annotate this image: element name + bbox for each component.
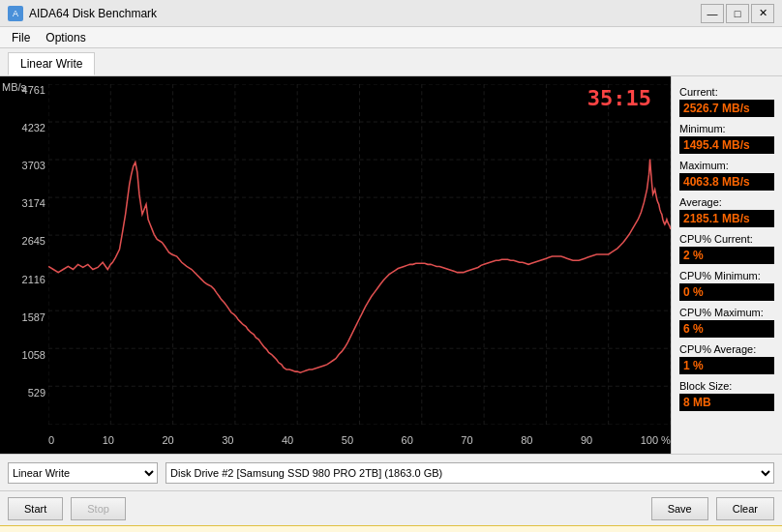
action-controls: Start Stop Save Clear <box>0 490 782 525</box>
stop-button[interactable]: Stop <box>71 497 126 520</box>
controls-area: Linear Write Linear Read Random Read Ran… <box>0 454 782 490</box>
drive-select[interactable]: Disk Drive #2 [Samsung SSD 980 PRO 2TB] … <box>165 462 774 484</box>
cpu-minimum-value: 0 % <box>679 283 774 301</box>
y-axis-labels: 4761 4232 3703 3174 2645 2116 1587 1058 … <box>2 84 45 425</box>
x-label-8: 80 <box>521 434 532 446</box>
maximum-label: Maximum: <box>679 160 774 171</box>
x-label-5: 50 <box>342 434 353 446</box>
menu-file[interactable]: File <box>4 29 38 46</box>
cpu-average-value: 1 % <box>679 357 774 374</box>
maximum-value: 4063.8 MB/s <box>679 173 774 191</box>
cpu-maximum-value: 6 % <box>679 320 774 338</box>
menu-options[interactable]: Options <box>38 29 93 46</box>
y-label-1: 4232 <box>2 122 45 133</box>
cpu-minimum-label: CPU% Minimum: <box>679 270 774 281</box>
x-label-9: 90 <box>581 434 592 446</box>
tab-linear-write[interactable]: Linear Write <box>8 52 95 75</box>
y-label-0: 4761 <box>2 84 45 96</box>
minimum-value: 1495.4 MB/s <box>679 136 774 154</box>
cpu-current-label: CPU% Current: <box>679 233 774 245</box>
x-label-2: 20 <box>162 434 173 446</box>
cpu-average-label: CPU% Average: <box>679 343 774 355</box>
x-label-10: 100 % <box>641 434 671 446</box>
x-label-3: 30 <box>222 434 233 446</box>
x-axis-labels: 0 10 20 30 40 50 60 70 80 90 100 % <box>48 434 671 446</box>
window-controls: — □ ✕ <box>701 4 774 23</box>
maximize-button[interactable]: □ <box>726 4 749 23</box>
tab-bar: Linear Write <box>0 48 782 76</box>
average-label: Average: <box>679 196 774 208</box>
current-value: 2526.7 MB/s <box>679 100 774 117</box>
blocksize-value: 8 MB <box>679 394 774 411</box>
y-label-3: 3174 <box>2 197 45 209</box>
blocksize-label: Block Size: <box>679 380 774 392</box>
chart-svg <box>48 84 671 425</box>
stats-panel: Current: 2526.7 MB/s Minimum: 1495.4 MB/… <box>671 76 782 454</box>
minimum-label: Minimum: <box>679 123 774 134</box>
y-label-7: 1058 <box>2 349 45 361</box>
x-label-7: 70 <box>461 434 472 446</box>
title-bar: A AIDA64 Disk Benchmark — □ ✕ <box>0 0 782 27</box>
main-area: MB/s 4761 4232 3703 3174 2645 2116 1587 … <box>0 76 782 454</box>
y-label-8: 529 <box>2 387 45 399</box>
x-label-0: 0 <box>48 434 54 446</box>
average-value: 2185.1 MB/s <box>679 210 774 227</box>
y-label-6: 1587 <box>2 311 45 323</box>
chart-area: MB/s 4761 4232 3703 3174 2645 2116 1587 … <box>0 76 671 454</box>
x-label-1: 10 <box>103 434 114 446</box>
warning-bar: ⚠ Write tests will DESTROY ALL DATA on t… <box>0 525 782 532</box>
test-select[interactable]: Linear Write Linear Read Random Read Ran… <box>8 462 158 484</box>
app-icon: A <box>8 6 23 21</box>
cpu-current-value: 2 % <box>679 247 774 264</box>
cpu-maximum-label: CPU% Maximum: <box>679 307 774 318</box>
x-label-4: 40 <box>282 434 293 446</box>
y-label-4: 2645 <box>2 235 45 247</box>
minimize-button[interactable]: — <box>701 4 724 23</box>
start-button[interactable]: Start <box>8 497 63 520</box>
close-button[interactable]: ✕ <box>751 4 774 23</box>
save-button[interactable]: Save <box>651 497 708 520</box>
clear-button[interactable]: Clear <box>716 497 774 520</box>
y-label-2: 3703 <box>2 160 45 171</box>
current-label: Current: <box>679 86 774 98</box>
x-label-6: 60 <box>402 434 413 446</box>
window-title: AIDA64 Disk Benchmark <box>29 7 157 20</box>
menu-bar: File Options <box>0 27 782 48</box>
y-label-5: 2116 <box>2 274 45 285</box>
